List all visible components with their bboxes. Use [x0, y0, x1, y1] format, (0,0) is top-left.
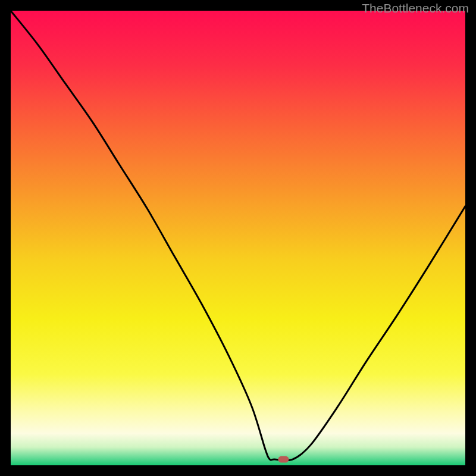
chart-container: TheBottleneck.com	[0, 0, 476, 476]
watermark-label: TheBottleneck.com	[362, 1, 469, 15]
chart-svg	[11, 11, 465, 465]
optimal-marker	[278, 456, 289, 463]
plot-background	[11, 11, 465, 465]
bottleneck-plot	[11, 11, 465, 465]
